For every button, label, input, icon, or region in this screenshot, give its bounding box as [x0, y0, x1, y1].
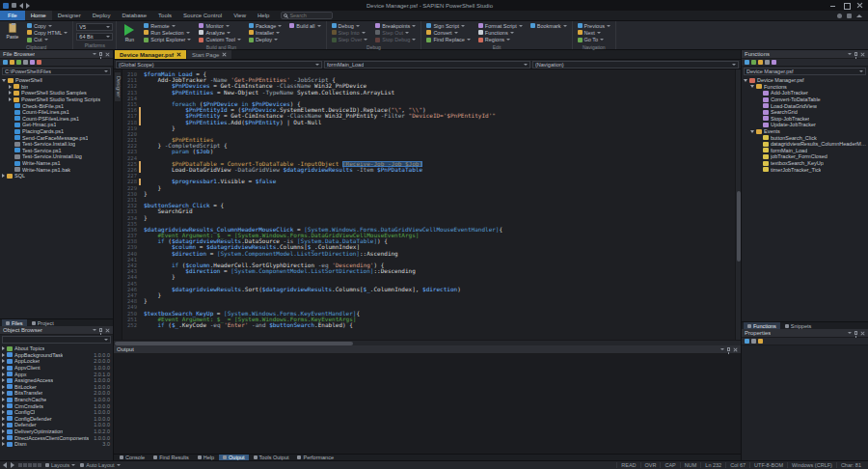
pin-icon[interactable] [727, 347, 730, 351]
tree-item-branchcache[interactable]: BranchCache1.0.0.0 [0, 397, 113, 403]
close-icon[interactable] [222, 52, 227, 57]
close-button[interactable] [856, 2, 863, 9]
ribbon-tab-tools[interactable]: Tools [152, 11, 177, 20]
expander-closed-icon[interactable] [2, 353, 5, 357]
tree-item-bitstransfer[interactable]: BitsTransfer2.0.0.0 [0, 390, 113, 397]
ribbon-button-installer[interactable]: Installer [247, 29, 284, 36]
ribbon-button-regions[interactable]: Regions [476, 37, 525, 43]
ribbon-button-debug[interactable]: Debug [330, 22, 370, 29]
tree-item-powershell[interactable]: PowerShell [0, 77, 113, 84]
tree-item-check-bitfile-ps1[interactable]: Check-BitFile.ps1 [0, 102, 113, 109]
ribbon-button-remote[interactable]: Remote [142, 22, 193, 29]
ribbon-button-sign-script[interactable]: Sign Script [424, 22, 472, 29]
tree-item-convert-todatatable[interactable]: Convert-ToDataTable [742, 97, 868, 103]
expander-closed-icon[interactable] [2, 346, 5, 350]
ribbon-button-find-replace[interactable]: Find Replace [424, 37, 472, 43]
tree-item-events[interactable]: Events [742, 128, 868, 135]
ribbon-button-stop-debug[interactable]: Stop Debug [373, 37, 418, 43]
tree-item-appvclient[interactable]: AppvClient1.0.0.0 [0, 365, 113, 372]
tree-item-dism[interactable]: Dism3.0 [0, 441, 113, 448]
tree-item-test-service-ps1[interactable]: Test-Service.ps1 [0, 148, 113, 154]
expander-closed-icon[interactable] [2, 442, 5, 446]
ribbon-button-step-out[interactable]: Step Out [373, 29, 418, 36]
platform-select-v5[interactable]: V5 [76, 23, 113, 31]
close-icon[interactable] [176, 52, 181, 57]
expander-closed-icon[interactable] [2, 417, 5, 421]
refresh-icon[interactable] [16, 60, 21, 65]
ribbon-tab-database[interactable]: Database [116, 11, 152, 20]
scope-combo[interactable]: (Global Scope) [116, 61, 322, 69]
ribbon-button-monitor[interactable]: Monitor [197, 22, 242, 29]
designer-tab[interactable]: Designer [114, 71, 122, 102]
chevron-up-icon[interactable] [856, 14, 862, 17]
expander-closed-icon[interactable] [2, 385, 5, 389]
close-icon[interactable] [860, 331, 865, 336]
tree-item-deliveryoptimization[interactable]: DeliveryOptimization1.0.2.0 [0, 428, 113, 435]
tree-item-searchgrid[interactable]: SearchGrid [742, 109, 868, 116]
expander-open-icon[interactable] [744, 79, 747, 82]
tree-item-jobtracker-formclosed[interactable]: jobTracker_FormClosed [742, 153, 868, 160]
ribbon-button-custom-tool[interactable]: Custom Tool [197, 37, 242, 43]
object-browser-search[interactable] [2, 336, 111, 344]
chevron-down-icon[interactable] [93, 53, 96, 55]
code-line-252[interactable]: if ($_.KeyCode -eq 'Enter' -and $buttonS… [144, 322, 735, 328]
tree-item-powershell-studio-samples[interactable]: PowerShell Studio Samples [0, 90, 113, 97]
tree-item-timerjobtracker-tick[interactable]: timerJobTracker_Tick [742, 166, 868, 173]
ribbon-button-convert[interactable]: Convert [424, 29, 472, 36]
document-tab-device-manager-psf[interactable]: Device Manager.psf [115, 50, 186, 59]
tree-item-configci[interactable]: ConfigCI1.0.0.0 [0, 409, 113, 416]
nav-forward-icon[interactable] [11, 462, 14, 468]
tree-item-test-service-uninstall-log[interactable]: Test-Service.Uninstall.log [0, 153, 113, 160]
status-button-layouts[interactable]: Layouts [45, 462, 75, 468]
expander-open-icon[interactable] [2, 79, 6, 82]
ribbon-button-breakpoints[interactable]: Breakpoints [373, 22, 418, 29]
pin-icon[interactable] [854, 331, 857, 335]
maximize-button[interactable] [843, 2, 850, 9]
file-menu-button[interactable]: File [0, 11, 25, 20]
user-icon[interactable] [837, 14, 842, 18]
tree-item-write-name-ps1-bak[interactable]: Write-Name.ps1.bak [0, 166, 113, 173]
right-tab-functions[interactable]: Functions [744, 322, 780, 329]
close-icon[interactable] [105, 328, 110, 333]
ribbon-button-run-selection[interactable]: Run Selection [142, 29, 193, 36]
tree-item-buttonsearch-click[interactable]: buttonSearch_Click [742, 134, 868, 141]
collapse-all-icon[interactable] [772, 60, 776, 65]
expander-closed-icon[interactable] [9, 85, 12, 89]
property-pages-icon[interactable] [758, 339, 763, 344]
tree-item-stop-jobtracker[interactable]: Stop-JobTracker [742, 116, 868, 123]
expander-closed-icon[interactable] [2, 359, 5, 363]
tree-item-configdefender[interactable]: ConfigDefender1.0.0.0 [0, 416, 113, 423]
tree-item-bin[interactable]: bin [0, 84, 113, 91]
expander-closed-icon[interactable] [2, 404, 5, 408]
navigation-combo[interactable]: (Navigation) [532, 61, 739, 69]
ribbon-button-step-into[interactable]: Step Into [330, 29, 370, 36]
expander-closed-icon[interactable] [2, 391, 5, 395]
expander-closed-icon[interactable] [2, 398, 5, 401]
tree-item-send-carfacemessage-ps1[interactable]: Send-CarFaceMessage.ps1 [0, 134, 113, 141]
tree-item-appx[interactable]: Appx2.0.1.0 [0, 371, 113, 377]
tree-item-load-datagridview[interactable]: Load-DataGridView [742, 102, 868, 109]
expander-closed-icon[interactable] [2, 423, 5, 427]
right-tab-snippets[interactable]: Snippets [781, 322, 815, 329]
tree-item-formmain-load[interactable]: formMain_Load [742, 148, 868, 154]
tree-item-add-jobtracker[interactable]: Add-JobTracker [742, 90, 868, 97]
left-tab-files[interactable]: Files [2, 319, 27, 326]
ribbon-tab-source-control[interactable]: Source Control [177, 11, 228, 20]
minimize-button[interactable] [829, 2, 836, 9]
ribbon-search-input[interactable] [289, 13, 330, 18]
tree-item-textboxsearch-keyup[interactable]: textboxSearch_KeyUp [742, 160, 868, 167]
new-file-icon[interactable] [3, 60, 8, 65]
close-icon[interactable] [733, 347, 738, 352]
tree-item-count-filelines-ps1[interactable]: Count-FileLines.ps1 [0, 109, 113, 116]
tree-item-test-service-install-log[interactable]: Test-Service.Install.log [0, 141, 113, 148]
ribbon-button-next[interactable]: Next [576, 29, 612, 36]
ribbon-button-go-to[interactable]: Go To [576, 37, 612, 43]
tree-item-update-jobtracker[interactable]: Update-JobTracker [742, 122, 868, 128]
document-tab-start-page[interactable]: Start Page [187, 50, 231, 59]
chevron-down-icon[interactable] [720, 348, 724, 350]
undo-icon[interactable] [19, 3, 23, 9]
ribbon-button-deploy[interactable]: Deploy [247, 37, 284, 43]
expander-closed-icon[interactable] [9, 97, 12, 101]
object-browser-search-input[interactable] [5, 337, 104, 343]
ribbon-tab-view[interactable]: View [228, 11, 252, 20]
